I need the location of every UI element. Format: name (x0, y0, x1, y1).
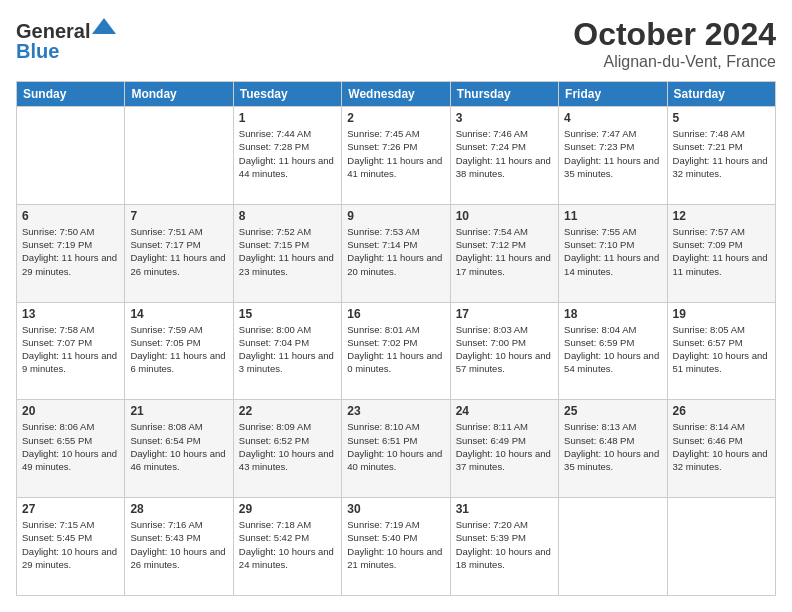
month-title: October 2024 (573, 16, 776, 53)
day-info: Sunrise: 7:47 AM Sunset: 7:23 PM Dayligh… (564, 127, 661, 180)
day-info: Sunrise: 8:10 AM Sunset: 6:51 PM Dayligh… (347, 420, 444, 473)
sunrise-text: Sunrise: 8:10 AM (347, 420, 444, 433)
calendar-table: Sunday Monday Tuesday Wednesday Thursday… (16, 81, 776, 596)
logo-icon (90, 16, 118, 38)
header-sunday: Sunday (17, 82, 125, 107)
table-row: 23 Sunrise: 8:10 AM Sunset: 6:51 PM Dayl… (342, 400, 450, 498)
day-number: 27 (22, 502, 119, 516)
table-row: 25 Sunrise: 8:13 AM Sunset: 6:48 PM Dayl… (559, 400, 667, 498)
day-info: Sunrise: 7:52 AM Sunset: 7:15 PM Dayligh… (239, 225, 336, 278)
day-number: 29 (239, 502, 336, 516)
title-block: October 2024 Alignan-du-Vent, France (573, 16, 776, 71)
table-row (559, 498, 667, 596)
day-info: Sunrise: 7:58 AM Sunset: 7:07 PM Dayligh… (22, 323, 119, 376)
day-number: 26 (673, 404, 770, 418)
sunrise-text: Sunrise: 7:57 AM (673, 225, 770, 238)
sunrise-text: Sunrise: 8:08 AM (130, 420, 227, 433)
week-row-3: 13 Sunrise: 7:58 AM Sunset: 7:07 PM Dayl… (17, 302, 776, 400)
day-info: Sunrise: 7:59 AM Sunset: 7:05 PM Dayligh… (130, 323, 227, 376)
sunset-text: Sunset: 7:05 PM (130, 336, 227, 349)
header-saturday: Saturday (667, 82, 775, 107)
sunset-text: Sunset: 7:23 PM (564, 140, 661, 153)
header-thursday: Thursday (450, 82, 558, 107)
header-wednesday: Wednesday (342, 82, 450, 107)
daylight-text: Daylight: 11 hours and 44 minutes. (239, 154, 336, 181)
daylight-text: Daylight: 11 hours and 14 minutes. (564, 251, 661, 278)
sunset-text: Sunset: 7:00 PM (456, 336, 553, 349)
daylight-text: Daylight: 10 hours and 26 minutes. (130, 545, 227, 572)
sunrise-text: Sunrise: 7:59 AM (130, 323, 227, 336)
table-row: 31 Sunrise: 7:20 AM Sunset: 5:39 PM Dayl… (450, 498, 558, 596)
sunset-text: Sunset: 5:40 PM (347, 531, 444, 544)
sunset-text: Sunset: 6:49 PM (456, 434, 553, 447)
daylight-text: Daylight: 11 hours and 17 minutes. (456, 251, 553, 278)
week-row-2: 6 Sunrise: 7:50 AM Sunset: 7:19 PM Dayli… (17, 204, 776, 302)
day-number: 9 (347, 209, 444, 223)
sunrise-text: Sunrise: 8:05 AM (673, 323, 770, 336)
day-info: Sunrise: 7:57 AM Sunset: 7:09 PM Dayligh… (673, 225, 770, 278)
sunset-text: Sunset: 7:10 PM (564, 238, 661, 251)
day-info: Sunrise: 8:05 AM Sunset: 6:57 PM Dayligh… (673, 323, 770, 376)
day-info: Sunrise: 7:19 AM Sunset: 5:40 PM Dayligh… (347, 518, 444, 571)
sunrise-text: Sunrise: 7:45 AM (347, 127, 444, 140)
weekday-header-row: Sunday Monday Tuesday Wednesday Thursday… (17, 82, 776, 107)
sunrise-text: Sunrise: 7:19 AM (347, 518, 444, 531)
table-row: 18 Sunrise: 8:04 AM Sunset: 6:59 PM Dayl… (559, 302, 667, 400)
table-row: 16 Sunrise: 8:01 AM Sunset: 7:02 PM Dayl… (342, 302, 450, 400)
daylight-text: Daylight: 10 hours and 57 minutes. (456, 349, 553, 376)
sunset-text: Sunset: 5:42 PM (239, 531, 336, 544)
table-row: 8 Sunrise: 7:52 AM Sunset: 7:15 PM Dayli… (233, 204, 341, 302)
day-info: Sunrise: 8:00 AM Sunset: 7:04 PM Dayligh… (239, 323, 336, 376)
table-row: 10 Sunrise: 7:54 AM Sunset: 7:12 PM Dayl… (450, 204, 558, 302)
day-number: 24 (456, 404, 553, 418)
sunrise-text: Sunrise: 8:06 AM (22, 420, 119, 433)
table-row: 14 Sunrise: 7:59 AM Sunset: 7:05 PM Dayl… (125, 302, 233, 400)
sunset-text: Sunset: 6:46 PM (673, 434, 770, 447)
sunrise-text: Sunrise: 7:18 AM (239, 518, 336, 531)
table-row: 30 Sunrise: 7:19 AM Sunset: 5:40 PM Dayl… (342, 498, 450, 596)
daylight-text: Daylight: 11 hours and 38 minutes. (456, 154, 553, 181)
day-number: 10 (456, 209, 553, 223)
logo: General Blue (16, 16, 118, 62)
sunset-text: Sunset: 7:14 PM (347, 238, 444, 251)
daylight-text: Daylight: 10 hours and 46 minutes. (130, 447, 227, 474)
sunrise-text: Sunrise: 7:47 AM (564, 127, 661, 140)
daylight-text: Daylight: 10 hours and 18 minutes. (456, 545, 553, 572)
day-number: 2 (347, 111, 444, 125)
day-number: 21 (130, 404, 227, 418)
table-row: 4 Sunrise: 7:47 AM Sunset: 7:23 PM Dayli… (559, 107, 667, 205)
daylight-text: Daylight: 11 hours and 35 minutes. (564, 154, 661, 181)
sunset-text: Sunset: 7:28 PM (239, 140, 336, 153)
sunset-text: Sunset: 5:39 PM (456, 531, 553, 544)
location-title: Alignan-du-Vent, France (573, 53, 776, 71)
day-number: 15 (239, 307, 336, 321)
table-row: 28 Sunrise: 7:16 AM Sunset: 5:43 PM Dayl… (125, 498, 233, 596)
sunrise-text: Sunrise: 7:50 AM (22, 225, 119, 238)
day-number: 4 (564, 111, 661, 125)
week-row-5: 27 Sunrise: 7:15 AM Sunset: 5:45 PM Dayl… (17, 498, 776, 596)
daylight-text: Daylight: 11 hours and 26 minutes. (130, 251, 227, 278)
sunset-text: Sunset: 6:51 PM (347, 434, 444, 447)
day-number: 14 (130, 307, 227, 321)
table-row: 21 Sunrise: 8:08 AM Sunset: 6:54 PM Dayl… (125, 400, 233, 498)
daylight-text: Daylight: 11 hours and 20 minutes. (347, 251, 444, 278)
table-row: 12 Sunrise: 7:57 AM Sunset: 7:09 PM Dayl… (667, 204, 775, 302)
day-info: Sunrise: 7:50 AM Sunset: 7:19 PM Dayligh… (22, 225, 119, 278)
sunrise-text: Sunrise: 8:00 AM (239, 323, 336, 336)
sunset-text: Sunset: 7:17 PM (130, 238, 227, 251)
daylight-text: Daylight: 10 hours and 43 minutes. (239, 447, 336, 474)
daylight-text: Daylight: 10 hours and 35 minutes. (564, 447, 661, 474)
table-row (17, 107, 125, 205)
daylight-text: Daylight: 10 hours and 29 minutes. (22, 545, 119, 572)
day-info: Sunrise: 8:06 AM Sunset: 6:55 PM Dayligh… (22, 420, 119, 473)
sunrise-text: Sunrise: 8:04 AM (564, 323, 661, 336)
sunset-text: Sunset: 6:54 PM (130, 434, 227, 447)
day-number: 11 (564, 209, 661, 223)
day-number: 1 (239, 111, 336, 125)
table-row: 7 Sunrise: 7:51 AM Sunset: 7:17 PM Dayli… (125, 204, 233, 302)
table-row: 1 Sunrise: 7:44 AM Sunset: 7:28 PM Dayli… (233, 107, 341, 205)
svg-marker-0 (92, 18, 116, 34)
day-number: 3 (456, 111, 553, 125)
sunrise-text: Sunrise: 7:51 AM (130, 225, 227, 238)
day-info: Sunrise: 7:16 AM Sunset: 5:43 PM Dayligh… (130, 518, 227, 571)
